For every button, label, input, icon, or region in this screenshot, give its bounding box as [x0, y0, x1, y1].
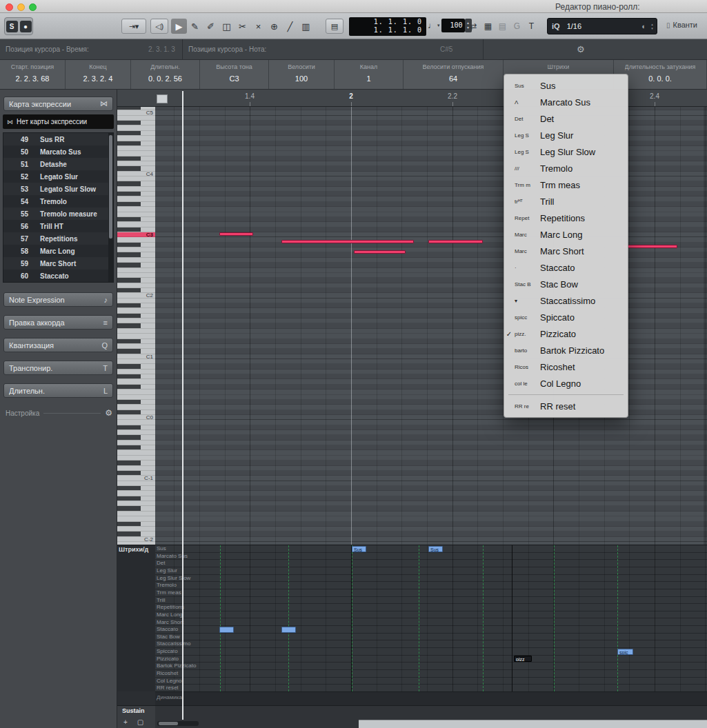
- line-tool[interactable]: ✐: [203, 19, 219, 34]
- lane-event[interactable]: pizz: [514, 656, 532, 662]
- expression-map-header[interactable]: Карта экспрессии ⋈: [3, 97, 113, 111]
- menu-item-staccatissimo[interactable]: ▾Staccatissimo: [504, 292, 628, 309]
- piano-key-f0[interactable]: [117, 390, 155, 394]
- piano-key-b-1[interactable]: [117, 420, 155, 425]
- piano-key-c1[interactable]: C1: [117, 354, 155, 359]
- quantize-panel-toggle[interactable]: ▯ Кванти: [666, 21, 697, 29]
- bottom-scrollbar-area[interactable]: [359, 720, 707, 728]
- piano-key-gs3[interactable]: [117, 192, 155, 196]
- piano-key-d4[interactable]: [117, 161, 155, 166]
- piano-key-as1[interactable]: [117, 303, 155, 308]
- piano-key-d1[interactable]: [117, 344, 155, 349]
- glue-tool[interactable]: ╱: [282, 19, 298, 34]
- piano-key-b1[interactable]: [117, 299, 155, 303]
- midi-note[interactable]: [428, 240, 483, 243]
- settings-gear-icon[interactable]: ⚙: [105, 408, 112, 418]
- acoustic-feedback-button[interactable]: ◁): [150, 19, 168, 34]
- articulation-row[interactable]: 50Marcato Sus: [3, 145, 113, 158]
- piano-key-c0[interactable]: C0: [117, 415, 155, 420]
- articulation-row[interactable]: 51Detashe: [3, 158, 113, 170]
- piano-key-e-1[interactable]: [117, 456, 155, 461]
- piano-key-as4[interactable]: [117, 121, 155, 125]
- menu-item-marc-short[interactable]: MarcMarc Short: [504, 243, 628, 259]
- piano-key-ds0[interactable]: [117, 400, 155, 405]
- add-lane-button[interactable]: +: [123, 718, 128, 726]
- minimize-button[interactable]: [17, 3, 25, 11]
- piano-key-a3[interactable]: [117, 187, 155, 192]
- piano-key-f1[interactable]: [117, 329, 155, 334]
- piano-key-g2[interactable]: [117, 258, 155, 263]
- piano-key-c2[interactable]: C2: [117, 293, 155, 298]
- piano-key-ds-2[interactable]: [117, 522, 155, 527]
- articulation-list-scrollbar[interactable]: [108, 133, 113, 282]
- horizontal-scrollbar[interactable]: [157, 721, 199, 726]
- piano-key-a0[interactable]: [117, 370, 155, 374]
- piano-key-c3[interactable]: C3: [117, 232, 155, 237]
- piano-key-a-1[interactable]: [117, 430, 155, 435]
- split-tool[interactable]: ✂: [235, 19, 250, 34]
- scrollbar-thumb[interactable]: [109, 135, 112, 239]
- piano-key-f4[interactable]: [117, 146, 155, 151]
- piano-key-as2[interactable]: [117, 243, 155, 247]
- status-settings-gear-icon[interactable]: ⚙: [577, 44, 585, 54]
- piano-key-e3[interactable]: [117, 212, 155, 217]
- articulation-row[interactable]: 52Legato Slur: [3, 170, 113, 183]
- menu-item-tremolo[interactable]: ///Tremolo: [504, 160, 628, 176]
- piano-key-e2[interactable]: [117, 273, 155, 278]
- articulation-row[interactable]: 59Marc Short: [3, 257, 113, 270]
- lane-event[interactable]: Sus: [428, 546, 443, 552]
- lane-event[interactable]: spic: [617, 649, 633, 655]
- piano-key-gs0[interactable]: [117, 374, 155, 379]
- piano-key-b3[interactable]: [117, 176, 155, 181]
- piano-key-f-2[interactable]: [117, 512, 155, 516]
- lane-event[interactable]: Sus: [352, 546, 366, 552]
- settings-row[interactable]: Настройка ⚙: [6, 407, 112, 419]
- menu-item-stac-bow[interactable]: Stac BStac Bow: [504, 276, 628, 292]
- piano-key-ds2[interactable]: [117, 278, 155, 283]
- scrollbar-thumb[interactable]: [159, 722, 178, 725]
- piano-key-e1[interactable]: [117, 334, 155, 338]
- piano-key-as-1[interactable]: [117, 425, 155, 430]
- sidebar-section-длительн-[interactable]: Длительн.L: [3, 383, 113, 398]
- piano-key-as-2[interactable]: [117, 486, 155, 491]
- piano-key-g3[interactable]: [117, 196, 155, 201]
- piano-key-f-1[interactable]: [117, 450, 155, 455]
- piano-key-c-2[interactable]: C-2: [117, 537, 155, 542]
- piano-key-b0[interactable]: [117, 359, 155, 364]
- playhead-cursor[interactable]: [182, 91, 183, 720]
- midi-note[interactable]: [354, 250, 406, 254]
- no-expression-map-item[interactable]: ⋈ Нет карты экспрессии: [3, 114, 114, 129]
- menu-item-ricoshet[interactable]: RicosRicoshet: [504, 358, 628, 375]
- piano-key-a4[interactable]: [117, 125, 155, 130]
- piano-key-ds1[interactable]: [117, 339, 155, 344]
- piano-key-c4[interactable]: C4: [117, 172, 155, 176]
- menu-item-det[interactable]: DetDet: [504, 110, 628, 127]
- piano-key-fs2[interactable]: [117, 263, 155, 267]
- sidebar-section-квантизация[interactable]: КвантизацияQ: [3, 338, 113, 352]
- record-button[interactable]: ●: [20, 21, 32, 32]
- sidebar-section-note-expression[interactable]: Note Expression♪: [3, 292, 113, 307]
- piano-key-fs-1[interactable]: [117, 445, 155, 450]
- articulation-row[interactable]: 56Trill HT: [3, 220, 113, 232]
- piano-key-d-1[interactable]: [117, 466, 155, 471]
- menu-item-pizzicato[interactable]: ✓pizz.Pizzicato: [504, 325, 628, 342]
- piano-key-g-1[interactable]: [117, 441, 155, 445]
- piano-key-fs4[interactable]: [117, 141, 155, 146]
- piano-key-d2[interactable]: [117, 283, 155, 288]
- menu-item-staccato[interactable]: ·Staccato: [504, 259, 628, 276]
- piano-key-as0[interactable]: [117, 364, 155, 369]
- piano-key-d3[interactable]: [117, 222, 155, 227]
- piano-key-d0[interactable]: [117, 405, 155, 410]
- tempo-caret-icon[interactable]: ▾: [437, 23, 440, 28]
- time-display[interactable]: 1. 1. 1. 0 1. 1. 1. 0: [349, 17, 426, 36]
- lane-event[interactable]: [219, 627, 234, 633]
- sidebar-section-транспонир-[interactable]: Транспонир.T: [3, 361, 113, 375]
- articulation-row[interactable]: 54Tremolo: [3, 195, 113, 208]
- piano-key-b4[interactable]: [117, 116, 155, 121]
- piano-key-g1[interactable]: [117, 318, 155, 323]
- tempo-value[interactable]: 100: [441, 19, 465, 32]
- maximize-button[interactable]: [29, 3, 37, 11]
- piano-key-f3[interactable]: [117, 207, 155, 212]
- piano-key-as3[interactable]: [117, 181, 155, 186]
- quantize-circle-icon[interactable]: ◐: [641, 22, 646, 30]
